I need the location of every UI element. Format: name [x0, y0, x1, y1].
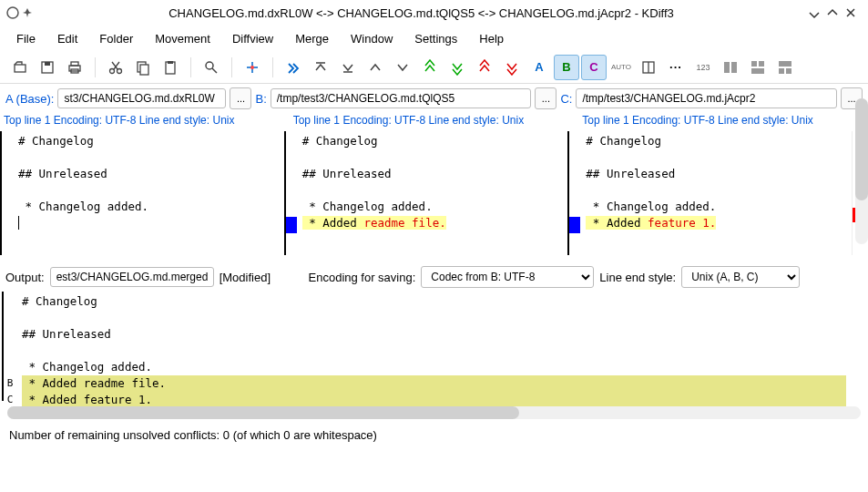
gutter-b — [286, 131, 297, 255]
find-button[interactable] — [199, 55, 224, 80]
encoding-label: Encoding for saving: — [309, 271, 416, 284]
file-b-input[interactable] — [271, 88, 532, 108]
paste-button[interactable] — [158, 55, 183, 80]
print-button[interactable] — [62, 55, 87, 80]
code-a[interactable]: # Changelog ## Unreleased * Changelog ad… — [13, 131, 154, 255]
svg-rect-5 — [71, 62, 78, 66]
menu-bar: File Edit Folder Movement Diffview Merge… — [0, 26, 868, 51]
menu-folder[interactable]: Folder — [90, 28, 142, 49]
split-button[interactable] — [636, 55, 661, 80]
menu-edit[interactable]: Edit — [48, 28, 87, 49]
svg-rect-21 — [779, 61, 791, 67]
close-button[interactable] — [844, 6, 863, 19]
lineend-select[interactable]: Unix (A, B, C) — [681, 266, 800, 288]
gutter-a — [2, 131, 13, 255]
vertical-scrollbar[interactable] — [855, 98, 868, 244]
menu-window[interactable]: Window — [342, 28, 402, 49]
gutter-c — [569, 131, 580, 255]
file-c-input[interactable] — [576, 88, 837, 108]
output-gutter: BC — [4, 292, 16, 401]
menu-settings[interactable]: Settings — [405, 28, 466, 49]
save-button[interactable] — [35, 55, 60, 80]
prev-unsolved-button[interactable] — [472, 55, 497, 80]
file-b-label: B: — [255, 92, 266, 106]
svg-rect-23 — [786, 68, 791, 74]
code-b[interactable]: # Changelog ## Unreleased * Changelog ad… — [297, 131, 452, 255]
separator — [190, 57, 191, 77]
menu-movement[interactable]: Movement — [146, 28, 220, 49]
info-c: Top line 1 Encoding: UTF-8 Line end styl… — [578, 113, 868, 131]
cut-button[interactable] — [103, 55, 128, 80]
file-a-input[interactable] — [57, 88, 226, 108]
next-unsolved-button[interactable] — [499, 55, 525, 80]
svg-rect-20 — [751, 68, 764, 74]
svg-point-0 — [7, 7, 18, 18]
svg-rect-10 — [140, 65, 148, 75]
goto-current-button[interactable] — [240, 55, 265, 80]
svg-rect-17 — [731, 62, 737, 73]
svg-rect-1 — [15, 65, 26, 72]
menu-diffview[interactable]: Diffview — [223, 28, 282, 49]
auto-merge-button[interactable]: AUTO — [608, 55, 634, 80]
svg-rect-16 — [724, 62, 730, 73]
lineend-label: Line end style: — [599, 271, 676, 284]
file-selector-bar: A (Base): ... B: ... C: ... — [0, 84, 868, 113]
more-button[interactable]: ∙∙∙ — [663, 55, 689, 80]
title-bar: CHANGELOG.md.dxRL0W <-> CHANGELOG.md.tQl… — [0, 0, 868, 26]
info-bar: Top line 1 Encoding: UTF-8 Line end styl… — [0, 113, 868, 131]
view2-button[interactable] — [745, 55, 771, 80]
last-diff-button[interactable] — [335, 55, 361, 80]
menu-file[interactable]: File — [7, 28, 45, 49]
output-label: Output: — [5, 271, 45, 284]
code-c[interactable]: # Changelog ## Unreleased * Changelog ad… — [580, 131, 721, 255]
pane-b: # Changelog ## Unreleased * Changelog ad… — [286, 131, 570, 255]
choose-c-button[interactable]: C — [581, 55, 607, 80]
output-path-input[interactable] — [50, 267, 214, 287]
svg-point-8 — [117, 68, 122, 73]
info-b: Top line 1 Encoding: UTF-8 Line end styl… — [290, 113, 579, 131]
view3-button[interactable] — [772, 55, 798, 80]
next-conflict-button[interactable] — [444, 55, 470, 80]
choose-a-button[interactable]: A — [526, 55, 552, 80]
next-diff2-button[interactable] — [390, 55, 415, 80]
svg-rect-18 — [751, 61, 757, 67]
menu-help[interactable]: Help — [470, 28, 513, 49]
file-c-label: C: — [560, 92, 572, 106]
browse-b-button[interactable]: ... — [535, 87, 557, 109]
toolbar: A B C AUTO ∙∙∙ 123 — [0, 51, 868, 84]
encoding-select[interactable]: Codec from B: UTF-8 — [421, 266, 594, 288]
pane-c: # Changelog ## Unreleased * Changelog ad… — [569, 131, 852, 255]
output-pane: BC # Changelog ## Unreleased * Changelog… — [2, 292, 852, 401]
copy-button[interactable] — [130, 55, 156, 80]
svg-rect-3 — [45, 62, 50, 66]
svg-point-14 — [250, 66, 254, 69]
svg-point-7 — [110, 68, 115, 73]
next-diff-button[interactable] — [281, 55, 306, 80]
svg-rect-12 — [168, 61, 173, 64]
app-icon — [5, 6, 20, 19]
pane-a: # Changelog ## Unreleased * Changelog ad… — [0, 131, 286, 255]
window-title: CHANGELOG.md.dxRL0W <-> CHANGELOG.md.tQl… — [35, 6, 808, 20]
horizontal-scrollbar[interactable] — [7, 406, 861, 419]
separator — [95, 57, 96, 77]
svg-point-13 — [206, 62, 213, 69]
separator — [231, 57, 232, 77]
status-bar: Number of remaining unsolved conflicts: … — [0, 423, 868, 447]
info-a: Top line 1 Encoding: UTF-8 Line end styl… — [0, 113, 290, 131]
browse-a-button[interactable]: ... — [230, 87, 251, 109]
pin-icon[interactable] — [20, 7, 35, 18]
prev-diff-button[interactable] — [363, 55, 388, 80]
file-a-label: A (Base): — [5, 92, 54, 106]
separator — [272, 57, 273, 77]
maximize-button[interactable] — [826, 6, 844, 19]
open-button[interactable] — [7, 55, 33, 80]
first-diff-button[interactable] — [308, 55, 333, 80]
svg-rect-22 — [779, 68, 784, 74]
menu-merge[interactable]: Merge — [286, 28, 338, 49]
linenum-button[interactable]: 123 — [690, 55, 716, 80]
choose-b-button[interactable]: B — [554, 55, 579, 80]
minimize-button[interactable] — [808, 6, 826, 19]
view1-button[interactable] — [718, 55, 743, 80]
output-code[interactable]: # Changelog ## Unreleased * Changelog ad… — [16, 292, 852, 401]
prev-conflict-button[interactable] — [417, 55, 443, 80]
